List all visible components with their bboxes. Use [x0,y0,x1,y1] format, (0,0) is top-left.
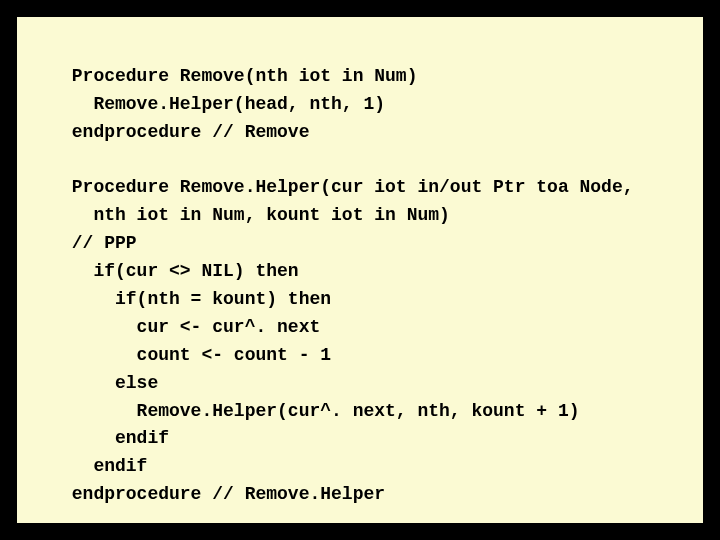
code-line: endprocedure // Remove.Helper [61,484,385,504]
code-panel: Procedure Remove(nth iot in Num) Remove.… [14,14,706,526]
code-line: endif [61,428,169,448]
code-line: Remove.Helper(cur^. next, nth, kount + 1… [61,401,579,421]
code-line: // PPP [61,233,137,253]
code-line: Procedure Remove(nth iot in Num) [61,66,417,86]
code-line: else [61,373,158,393]
code-line: if(nth = kount) then [61,289,331,309]
code-line: cur <- cur^. next [61,317,320,337]
code-line: endprocedure // Remove [61,122,309,142]
code-line: Remove.Helper(head, nth, 1) [61,94,385,114]
code-line: endif [61,456,147,476]
code-line: count <- count - 1 [61,345,331,365]
code-line: if(cur <> NIL) then [61,261,299,281]
code-line: Procedure Remove.Helper(cur iot in/out P… [61,177,634,197]
code-line: nth iot in Num, kount iot in Num) [61,205,450,225]
